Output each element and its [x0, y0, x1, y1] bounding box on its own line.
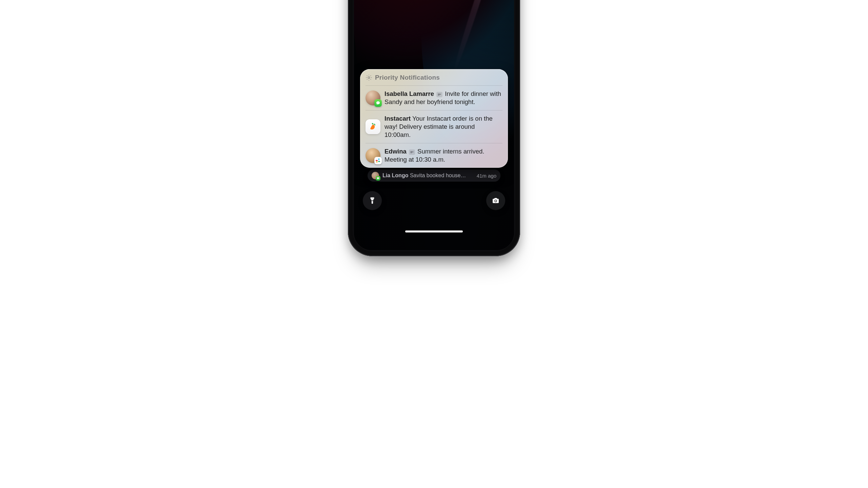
flashlight-icon [368, 196, 377, 205]
notification-text: Instacart Your Instacart order is on the… [384, 115, 502, 139]
notification-message: Savita booked house… [410, 172, 466, 178]
priority-notifications-header[interactable]: Priority Notifications [360, 69, 508, 85]
messages-badge-icon [376, 176, 380, 181]
avatar [366, 148, 380, 163]
camera-button[interactable] [486, 191, 505, 210]
sender-name: Instacart [384, 115, 411, 122]
home-indicator[interactable] [405, 230, 463, 232]
phone-screen: Priority Notifications Isabella Lamarre [354, 0, 514, 250]
avatar [372, 172, 379, 179]
summarize-icon [409, 149, 415, 155]
phone-device: Priority Notifications Isabella Lamarre [348, 0, 520, 256]
slack-badge-icon [374, 157, 382, 164]
sender-name: Lia Longo [382, 172, 408, 178]
priority-gear-icon [366, 74, 372, 81]
svg-point-1 [372, 200, 373, 201]
sender-name: Isabella Lamarre [384, 90, 434, 97]
notification-item-instacart[interactable]: Instacart Your Instacart order is on the… [360, 110, 508, 143]
summarize-icon [436, 92, 442, 97]
notification-item-isabella[interactable]: Isabella Lamarre Invite for dinner with … [360, 86, 508, 110]
priority-notifications-title: Priority Notifications [375, 74, 440, 81]
avatar [366, 119, 380, 134]
notification-text: Edwina Summer interns arrived. Meeting a… [384, 147, 502, 164]
lockscreen-quick-actions [363, 191, 505, 210]
sender-name: Edwina [384, 148, 407, 155]
phone-mid-frame: Priority Notifications Isabella Lamarre [353, 0, 515, 251]
messages-badge-icon [374, 99, 382, 107]
notification-text: Isabella Lamarre Invite for dinner with … [384, 90, 502, 106]
notification-item-edwina[interactable]: Edwina Summer interns arrived. Meeting a… [360, 143, 508, 168]
stage: Priority Notifications Isabella Lamarre [0, 0, 868, 488]
flashlight-button[interactable] [363, 191, 382, 210]
priority-notifications-card[interactable]: Priority Notifications Isabella Lamarre [360, 69, 508, 168]
svg-point-4 [495, 200, 497, 202]
svg-rect-2 [371, 198, 374, 199]
instacart-app-icon [366, 119, 380, 134]
camera-icon [491, 196, 500, 205]
notification-time: 41m ago [477, 173, 496, 179]
notification-item-peek[interactable]: Lia Longo Savita booked house… 41m ago [368, 169, 500, 182]
avatar [366, 90, 380, 105]
notification-text: Lia Longo Savita booked house… [382, 172, 473, 179]
svg-point-0 [368, 77, 370, 78]
